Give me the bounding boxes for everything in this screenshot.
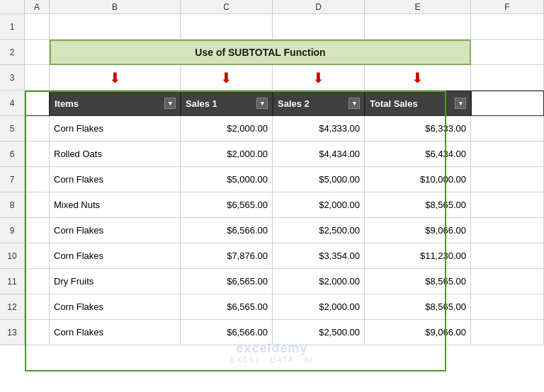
- watermark-sub-text: EXCEL · DATA · BI: [230, 356, 313, 364]
- cell-e11[interactable]: $8,565.00: [365, 269, 471, 294]
- row-9: 9 Corn Flakes $6,566.00 $2,500.00 $9,066…: [0, 218, 544, 243]
- cell-a12[interactable]: [25, 294, 50, 320]
- cell-e12[interactable]: $8,565.00: [365, 294, 471, 320]
- header-sales2[interactable]: Sales 2 ▾: [273, 91, 365, 116]
- cell-f3[interactable]: [471, 65, 544, 91]
- cell-f2[interactable]: [471, 40, 544, 65]
- cell-f7[interactable]: [471, 167, 544, 192]
- sales1-value-9: $6,566.00: [227, 225, 268, 236]
- row-8: 8 Mixed Nuts $6,565.00 $2,000.00 $8,565.…: [0, 192, 544, 218]
- cell-f11[interactable]: [471, 269, 544, 294]
- col-header-f: F: [471, 0, 544, 14]
- cell-c5[interactable]: $2,000.00: [181, 116, 273, 142]
- cell-b1[interactable]: [50, 14, 181, 40]
- sales2-value-8: $2,000.00: [319, 200, 360, 210]
- cell-d13[interactable]: $2,500.00: [273, 320, 365, 345]
- sales2-value-5: $4,333.00: [319, 123, 360, 134]
- cell-a10[interactable]: [25, 243, 50, 269]
- cell-d1[interactable]: [273, 14, 365, 40]
- sales1-value-7: $5,000.00: [227, 174, 268, 185]
- cell-a6[interactable]: [25, 142, 50, 167]
- col-header-c: C: [181, 0, 273, 14]
- sales2-value-11: $2,000.00: [319, 276, 360, 287]
- cell-b5[interactable]: Corn Flakes: [50, 116, 181, 142]
- cell-d12[interactable]: $2,000.00: [273, 294, 365, 320]
- cell-b10[interactable]: Corn Flakes: [50, 243, 181, 269]
- cell-d11[interactable]: $2,000.00: [273, 269, 365, 294]
- items-value-10: Corn Flakes: [54, 250, 103, 261]
- cell-a3[interactable]: [25, 65, 50, 91]
- column-headers: A B C D E F: [0, 0, 544, 14]
- row-num-5: 5: [0, 116, 25, 142]
- cell-f1[interactable]: [471, 14, 544, 40]
- row-num-4: 4: [0, 91, 25, 116]
- cell-a4[interactable]: [25, 91, 50, 116]
- cell-e5[interactable]: $6,333.00: [365, 116, 471, 142]
- cell-a2[interactable]: [25, 40, 50, 65]
- cell-d8[interactable]: $2,000.00: [273, 192, 365, 218]
- cell-b7[interactable]: Corn Flakes: [50, 167, 181, 192]
- cell-f13[interactable]: [471, 320, 544, 345]
- cell-b11[interactable]: Dry Fruits: [50, 269, 181, 294]
- cell-f6[interactable]: [471, 142, 544, 167]
- cell-e1[interactable]: [365, 14, 471, 40]
- cell-c6[interactable]: $2,000.00: [181, 142, 273, 167]
- cell-c12[interactable]: $6,565.00: [181, 294, 273, 320]
- row-num-10: 10: [0, 243, 25, 269]
- cell-d6[interactable]: $4,434.00: [273, 142, 365, 167]
- cell-c7[interactable]: $5,000.00: [181, 167, 273, 192]
- cell-a9[interactable]: [25, 218, 50, 243]
- cell-a11[interactable]: [25, 269, 50, 294]
- cell-d9[interactable]: $2,500.00: [273, 218, 365, 243]
- sales1-value-8: $6,565.00: [227, 200, 268, 210]
- cell-e6[interactable]: $6,434.00: [365, 142, 471, 167]
- cell-c3-arrow: ⬇: [181, 65, 273, 91]
- cell-e10[interactable]: $11,230.00: [365, 243, 471, 269]
- cell-e8[interactable]: $8,565.00: [365, 192, 471, 218]
- cell-e13[interactable]: $9,066.00: [365, 320, 471, 345]
- cell-f9[interactable]: [471, 218, 544, 243]
- cell-f4[interactable]: [471, 91, 544, 116]
- cell-c1[interactable]: [181, 14, 273, 40]
- cell-b13[interactable]: Corn Flakes: [50, 320, 181, 345]
- cell-b6[interactable]: Rolled Oats: [50, 142, 181, 167]
- cell-d5[interactable]: $4,333.00: [273, 116, 365, 142]
- cell-f10[interactable]: [471, 243, 544, 269]
- header-items[interactable]: Items ▾: [50, 91, 181, 116]
- cell-a1[interactable]: [25, 14, 50, 40]
- header-sales1[interactable]: Sales 1 ▾: [181, 91, 273, 116]
- cell-e7[interactable]: $10,000.00: [365, 167, 471, 192]
- filter-total-icon[interactable]: ▾: [455, 98, 466, 109]
- row-1: 1: [0, 14, 544, 40]
- cell-a8[interactable]: [25, 192, 50, 218]
- cell-f12[interactable]: [471, 294, 544, 320]
- sales2-value-10: $3,354.00: [319, 250, 360, 261]
- sales1-value-5: $2,000.00: [227, 123, 268, 134]
- cell-a5[interactable]: [25, 116, 50, 142]
- cell-c9[interactable]: $6,566.00: [181, 218, 273, 243]
- cell-b9[interactable]: Corn Flakes: [50, 218, 181, 243]
- header-total-text: Total Sales: [370, 98, 418, 109]
- cell-c11[interactable]: $6,565.00: [181, 269, 273, 294]
- filter-items-icon[interactable]: ▾: [164, 98, 176, 109]
- filter-sales2-icon[interactable]: ▾: [348, 98, 360, 109]
- cell-e9[interactable]: $9,066.00: [365, 218, 471, 243]
- row-3: 3 ⬇ ⬇ ⬇ ⬇: [0, 65, 544, 91]
- filter-sales1-icon[interactable]: ▾: [256, 98, 268, 109]
- header-total[interactable]: Total Sales ▾: [365, 91, 471, 116]
- total-value-7: $10,000.00: [420, 174, 466, 185]
- cell-c13[interactable]: $6,566.00: [181, 320, 273, 345]
- row-num-7: 7: [0, 167, 25, 192]
- cell-a13[interactable]: [25, 320, 50, 345]
- cell-b12[interactable]: Corn Flakes: [50, 294, 181, 320]
- cell-a7[interactable]: [25, 167, 50, 192]
- cell-f8[interactable]: [471, 192, 544, 218]
- cell-d10[interactable]: $3,354.00: [273, 243, 365, 269]
- rows-area: 1 2 Use of SUBTOTAL Function 3 ⬇ ⬇: [0, 14, 544, 345]
- cell-c10[interactable]: $7,876.00: [181, 243, 273, 269]
- cell-f5[interactable]: [471, 116, 544, 142]
- cell-b8[interactable]: Mixed Nuts: [50, 192, 181, 218]
- cell-c8[interactable]: $6,565.00: [181, 192, 273, 218]
- cell-d7[interactable]: $5,000.00: [273, 167, 365, 192]
- row-6: 6 Rolled Oats $2,000.00 $4,434.00 $6,434…: [0, 142, 544, 167]
